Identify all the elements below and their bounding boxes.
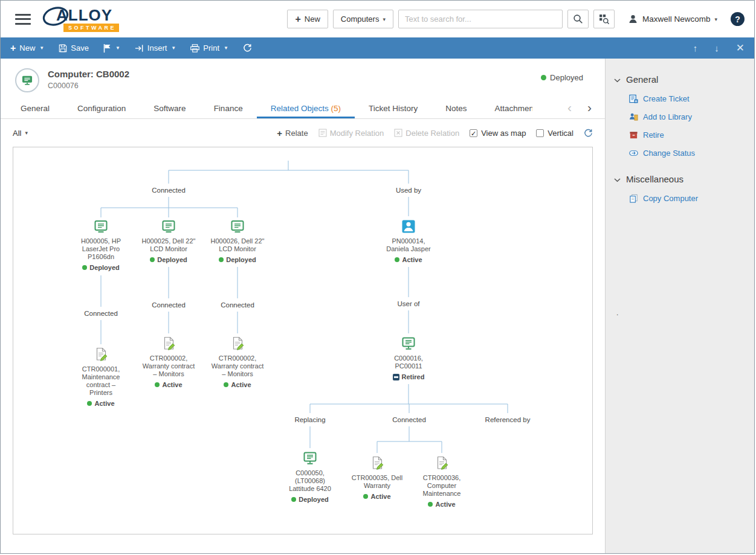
plus-icon: + xyxy=(277,129,282,138)
map-node-label: CTR000002,Warranty contract– Monitors xyxy=(133,354,204,378)
refresh-icon xyxy=(584,129,593,138)
view-as-map-checkbox[interactable]: ✓View as map xyxy=(470,129,526,138)
refresh-icon xyxy=(243,43,252,53)
retired-icon xyxy=(393,374,399,380)
new-record-button[interactable]: +New xyxy=(287,10,328,28)
computer-icon xyxy=(274,451,346,467)
map-node-ctr000001[interactable]: CTR000001,Maintenancecontract –PrintersA… xyxy=(65,347,137,407)
search-button[interactable] xyxy=(567,10,589,28)
chevron-down-icon: ▾ xyxy=(714,16,717,22)
toolbar-print-button[interactable]: Print▼ xyxy=(190,43,228,53)
retire-action[interactable]: Retire xyxy=(628,126,748,144)
insert-icon xyxy=(135,44,144,53)
user-menu[interactable]: Maxwell Newcomb ▾ xyxy=(628,14,717,24)
map-node-c000016[interactable]: C000016,PC00011Retired xyxy=(373,336,444,380)
relation-map: ConnectedUsed byH000005, HPLaserJet ProP… xyxy=(13,147,593,534)
status-dot-icon xyxy=(219,257,224,262)
toolbar-save-button[interactable]: Save xyxy=(59,43,89,53)
toolbar-flag-button[interactable]: ▼ xyxy=(103,44,120,53)
map-node-h000026[interactable]: H000026, Dell 22"LCD MonitorDeployed xyxy=(202,219,273,263)
chevron-down-icon xyxy=(614,174,621,184)
vertical-checkbox[interactable]: Vertical xyxy=(536,129,573,138)
map-node-h000005[interactable]: H000005, HPLaserJet ProP1606dnDeployed xyxy=(65,219,137,271)
hamburger-menu-icon[interactable] xyxy=(15,14,31,25)
relation-type-label: Replacing xyxy=(292,415,328,424)
toolbar-insert-button[interactable]: Insert▼ xyxy=(135,43,176,53)
help-button[interactable]: ? xyxy=(731,12,745,26)
relation-toolbar: All▾ +Relate Modify Relation Delete Rela… xyxy=(1,119,605,147)
tab-ticket-history[interactable]: Ticket History xyxy=(355,96,431,118)
relation-type-label: Connected xyxy=(390,415,428,424)
copy-icon xyxy=(628,193,638,203)
map-node-label: CTR000001,Maintenancecontract –Printers xyxy=(65,365,137,397)
person-icon xyxy=(373,219,444,236)
tab-finance[interactable]: Finance xyxy=(200,96,257,118)
contract-icon xyxy=(133,336,204,353)
relate-button[interactable]: +Relate xyxy=(277,129,308,138)
toolbar-close-button[interactable]: ✕ xyxy=(736,42,745,54)
delete-relation-icon xyxy=(394,129,402,137)
map-node-ctr000036[interactable]: CTR000036,ComputerMaintenanceActive xyxy=(406,455,477,508)
tab-configuration[interactable]: Configuration xyxy=(63,96,140,118)
tab-software[interactable]: Software xyxy=(140,96,199,118)
sidebar-section-miscellaneous[interactable]: Miscellaneous xyxy=(614,170,748,188)
search-icon xyxy=(573,14,583,24)
computer-icon xyxy=(373,336,444,353)
map-node-c000050[interactable]: C000050,(LT00068)Lattitude 6420Deployed xyxy=(274,451,346,503)
create-ticket-action[interactable]: Create Ticket xyxy=(628,89,748,107)
search-input[interactable] xyxy=(398,10,563,28)
relation-type-label: Referenced by xyxy=(483,415,533,424)
map-node-ctr000035[interactable]: CTR000035, DellWarrantyActive xyxy=(341,455,413,500)
toolbar-refresh-button[interactable] xyxy=(243,43,252,53)
tabs-scroll-right-icon[interactable]: › xyxy=(587,101,592,114)
toolbar-previous-button[interactable]: ↑ xyxy=(693,43,698,53)
retire-icon xyxy=(628,130,638,140)
delete-relation-button: Delete Relation xyxy=(394,129,459,138)
record-header: Computer: CB0002 C000076 Deployed xyxy=(1,59,605,92)
status-dot-icon xyxy=(82,265,87,270)
toolbar-next-button[interactable]: ↓ xyxy=(714,43,719,53)
tab-notes[interactable]: Notes xyxy=(431,96,480,118)
sidebar-section-general[interactable]: General xyxy=(614,71,748,88)
add-to-library-action[interactable]: Add to Library xyxy=(628,107,748,126)
flag-icon xyxy=(103,44,111,53)
map-node-label: CTR000036,ComputerMaintenance xyxy=(406,474,477,498)
map-node-h000025[interactable]: H000025, Dell 22"LCD MonitorDeployed xyxy=(133,219,204,263)
chevron-down-icon: ▼ xyxy=(224,45,228,51)
toolbar-new-button[interactable]: +New▼ xyxy=(10,43,44,53)
computer-record-icon xyxy=(15,68,39,92)
tab-general[interactable]: General xyxy=(7,96,63,118)
alloy-logo: ALLOY SOFTWARE xyxy=(47,5,126,33)
change-status-action[interactable]: Change Status xyxy=(628,144,748,162)
map-node-ctr000002b[interactable]: CTR000002,Warranty contract– MonitorsAct… xyxy=(202,336,273,388)
map-node-label: H000026, Dell 22"LCD Monitor xyxy=(202,237,273,253)
scope-dropdown[interactable]: Computers▾ xyxy=(333,10,393,28)
chevron-down-icon: ▾ xyxy=(25,130,28,136)
chevron-down-icon: ▼ xyxy=(115,45,120,51)
relation-filter-dropdown[interactable]: All▾ xyxy=(13,129,28,138)
relation-type-label: Connected xyxy=(149,301,188,309)
status-badge: Active xyxy=(202,381,273,388)
status-badge: Deployed xyxy=(202,256,273,263)
map-refresh-button[interactable] xyxy=(584,129,593,138)
map-node-ctr000002a[interactable]: CTR000002,Warranty contract– MonitorsAct… xyxy=(133,336,204,388)
map-node-pn000014[interactable]: PN000014,Daniela JasperActive xyxy=(373,219,444,263)
status-badge: Active xyxy=(373,256,444,263)
tabs-scroll-left-icon[interactable]: ‹ xyxy=(567,101,572,114)
status-icon xyxy=(628,148,638,158)
tab-related-objects[interactable]: Related Objects (5) xyxy=(257,96,355,118)
status-badge: Retired xyxy=(373,373,444,380)
advanced-search-button[interactable] xyxy=(593,10,615,28)
tab-attachments[interactable]: Attachments xyxy=(481,96,532,118)
plus-icon: + xyxy=(10,43,16,53)
stray-dot: . xyxy=(616,309,618,317)
record-status-badge: Deployed xyxy=(541,73,583,82)
ticket-icon xyxy=(628,94,638,103)
relation-type-label: Connected xyxy=(82,309,120,318)
map-node-label: C000050,(LT00068)Lattitude 6420 xyxy=(274,469,346,493)
modify-relation-icon xyxy=(318,129,327,137)
barcode-search-icon xyxy=(599,14,609,24)
map-node-label: C000016,PC00011 xyxy=(373,354,444,370)
copy-computer-action[interactable]: Copy Computer xyxy=(628,189,748,207)
user-name: Maxwell Newcomb xyxy=(642,14,711,24)
